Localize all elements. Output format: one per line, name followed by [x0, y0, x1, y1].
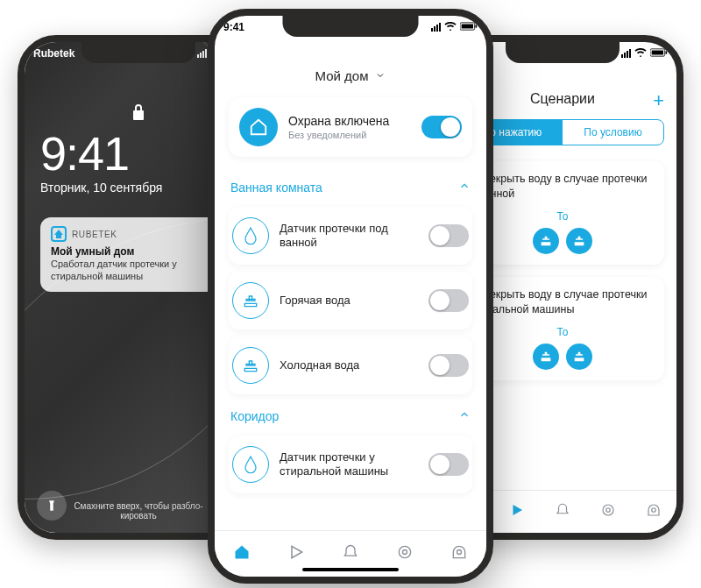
tab-scenarios[interactable]	[287, 543, 305, 564]
valve-action-icon	[566, 344, 592, 370]
tab-cameras[interactable]	[450, 543, 468, 564]
chevron-down-icon	[375, 68, 386, 83]
home-name: Мой дом	[315, 68, 369, 83]
segment-on-condition[interactable]: По условию	[563, 120, 663, 145]
svg-point-6	[603, 505, 613, 515]
notch	[506, 42, 620, 63]
valve-icon	[232, 347, 269, 384]
scenarios-title: Сценарии	[530, 91, 595, 107]
swipe-hint: Смахните вверх, чтобы разбло­кировать	[67, 501, 210, 521]
tab-scenarios[interactable]	[509, 502, 525, 521]
battery-icon	[650, 47, 668, 60]
device-toggle[interactable]	[428, 289, 469, 312]
device-row[interactable]: Датчик протечки под ванной	[229, 207, 472, 265]
device-label: Датчик протечки у стиральной машины	[280, 450, 418, 479]
signal-icon	[431, 23, 441, 32]
tab-home[interactable]	[233, 543, 251, 564]
scenario-title: Перекрыть воду в случае протечки в ванно…	[470, 172, 655, 202]
house-icon	[239, 108, 278, 146]
alarm-title: Охрана включена	[288, 114, 411, 128]
alarm-card[interactable]: Охрана включена Без уведомлений	[229, 97, 472, 157]
wifi-icon	[634, 47, 647, 60]
section-title: Коридор	[230, 409, 279, 423]
tab-support[interactable]	[600, 502, 616, 521]
add-scenario-button[interactable]: +	[653, 89, 664, 112]
water-drop-icon	[232, 217, 269, 254]
notification-app-name: RUBETEK	[72, 230, 117, 239]
notification-title: Мой умный дом	[51, 245, 226, 258]
scenario-then-label: То	[470, 210, 655, 223]
device-label: Холодная вода	[280, 358, 418, 372]
device-toggle[interactable]	[428, 224, 469, 247]
valve-icon	[232, 282, 269, 319]
signal-icon	[621, 49, 631, 58]
device-row[interactable]: Датчик протечки у стиральной машины	[229, 436, 472, 493]
valve-action-icon	[533, 228, 559, 254]
section-header-corridor[interactable]: Коридор	[229, 401, 472, 429]
alarm-toggle[interactable]	[421, 116, 462, 138]
svg-rect-5	[666, 51, 668, 53]
tab-support[interactable]	[396, 543, 414, 564]
wifi-icon	[444, 21, 457, 33]
battery-icon	[460, 21, 478, 33]
device-row[interactable]: Горячая вода	[229, 272, 472, 329]
device-toggle[interactable]	[428, 354, 469, 377]
status-icons	[621, 47, 668, 60]
status-icons	[431, 21, 478, 33]
device-row[interactable]: Холодная вода	[229, 337, 472, 394]
svg-rect-4	[652, 51, 663, 55]
notification-body: Сработал датчик протечки у стиральной ма…	[51, 258, 226, 283]
home-phone: 9:41 Мой дом Охрана включена Без уведомл…	[208, 9, 493, 584]
scenario-title: Перекрыть воду в случае протечки стираль…	[470, 287, 655, 317]
scenario-then-label: То	[470, 326, 655, 338]
device-toggle[interactable]	[428, 453, 469, 476]
section-header-bathroom[interactable]: Ванная комната	[229, 173, 472, 200]
chevron-up-icon	[458, 180, 471, 195]
status-time: 9:41	[223, 21, 244, 33]
section-title: Ванная комната	[230, 181, 322, 195]
device-label: Датчик протечки под ванной	[280, 222, 418, 251]
alarm-subtitle: Без уведомлений	[288, 130, 411, 140]
water-drop-icon	[232, 446, 269, 483]
tab-alerts[interactable]	[342, 543, 359, 564]
signal-icon	[197, 49, 207, 58]
notch	[283, 16, 419, 37]
notch	[81, 42, 195, 63]
tab-cameras[interactable]	[646, 502, 662, 521]
valve-action-icon	[566, 228, 592, 254]
svg-point-8	[652, 508, 656, 513]
svg-point-7	[606, 508, 611, 513]
home-indicator[interactable]	[302, 568, 399, 571]
chevron-up-icon	[458, 408, 471, 423]
home-selector[interactable]: Мой дом	[229, 68, 472, 83]
device-label: Горячая вода	[280, 294, 418, 308]
svg-rect-11	[476, 25, 478, 27]
valve-action-icon	[533, 344, 559, 370]
carrier-label: Rubetek	[33, 47, 74, 60]
svg-point-14	[457, 550, 462, 555]
svg-point-12	[399, 546, 410, 557]
tab-alerts[interactable]	[555, 502, 570, 521]
svg-point-13	[403, 550, 407, 555]
svg-rect-10	[462, 25, 473, 29]
app-badge-icon	[51, 226, 67, 242]
flashlight-button[interactable]	[37, 491, 67, 521]
